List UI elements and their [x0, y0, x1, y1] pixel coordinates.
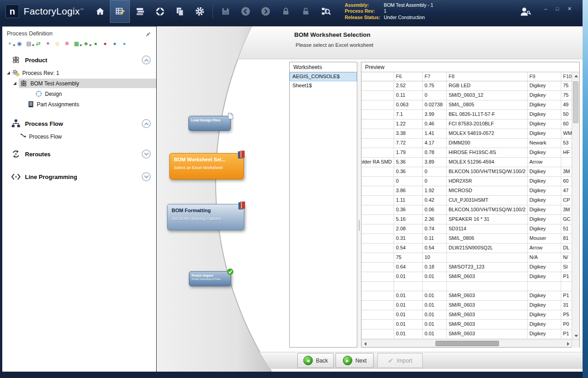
worksheet-item[interactable]: Sheet1$	[290, 81, 357, 90]
trademark: ™	[80, 8, 84, 12]
person-icon[interactable]: ☺	[54, 40, 61, 48]
globe-link-icon[interactable]: ◉	[15, 40, 23, 48]
add-icon[interactable]: +	[6, 40, 14, 48]
tree-item-part-assignments[interactable]: Part Assignments	[2, 99, 156, 109]
table-cell: 0.64	[394, 263, 423, 272]
scroll-left-arrow[interactable]	[361, 340, 369, 348]
back-button[interactable]: ◀ Back	[297, 353, 334, 368]
table-cell: SD3114	[447, 224, 528, 234]
expand-line-programming-button[interactable]	[142, 172, 151, 181]
next-button[interactable]: ▶ Next	[336, 353, 374, 368]
table-cell: Digikey	[528, 81, 561, 91]
horizontal-scrollbar[interactable]	[361, 339, 579, 347]
lock-button[interactable]	[276, 0, 296, 23]
horizontal-scrollbar-thumb[interactable]	[435, 341, 499, 346]
help-icon[interactable]: ●	[120, 40, 128, 48]
release-search-button[interactable]	[316, 0, 336, 23]
column-header[interactable]: F6	[394, 72, 423, 81]
wizard-step-finish-import[interactable]: Finish Import Finish Importing of Files	[189, 271, 231, 286]
table-cell: P1	[561, 329, 572, 339]
stop-icon[interactable]: ●	[101, 40, 109, 48]
table-cell	[447, 282, 528, 291]
home-button[interactable]	[90, 0, 110, 23]
scroll-down-arrow[interactable]	[572, 332, 580, 339]
info-icon[interactable]: ●	[111, 40, 119, 48]
table-cell	[361, 100, 394, 110]
column-header[interactable]	[361, 72, 394, 81]
start-icon[interactable]: ●	[92, 40, 99, 48]
preview-header-row: F6F7F8F9F10	[361, 72, 572, 81]
expand-reroutes-button[interactable]	[142, 149, 151, 159]
section-reroutes[interactable]: Reroutes	[2, 146, 156, 162]
pin-icon[interactable]	[145, 31, 151, 37]
process-definition-button[interactable]	[110, 0, 130, 23]
table-row: 0.010.01SM/R_0603DigikeyP5	[361, 310, 572, 320]
ledger-icon	[28, 101, 34, 108]
section-line-programming[interactable]: Line Programming	[2, 169, 156, 184]
expander-icon[interactable]	[13, 82, 16, 85]
table-cell: 0.01	[423, 329, 447, 339]
table-cell: Digikey	[528, 91, 561, 100]
settings-button[interactable]	[190, 0, 210, 23]
wizard-step-bom-worksheet-selection[interactable]: BOM Worksheet Sel... Select an Excel Wor…	[169, 153, 244, 179]
vertical-scrollbar[interactable]	[572, 72, 579, 339]
table-cell: CP	[561, 196, 572, 205]
scroll-right-arrow[interactable]	[564, 340, 572, 348]
section-product[interactable]: Product	[2, 52, 156, 68]
close-button[interactable]: ✕	[568, 6, 572, 12]
tree-item-process-rev[interactable]: Process Rev: 1	[2, 68, 156, 78]
column-header[interactable]: F7	[423, 72, 447, 81]
books-icon	[237, 150, 247, 159]
user-account-button[interactable]	[515, 0, 535, 23]
minimize-button[interactable]: –	[544, 6, 547, 12]
save-button[interactable]	[216, 0, 236, 23]
production-button[interactable]	[150, 0, 170, 23]
tree-item-label: Process Flow	[29, 134, 62, 140]
back-circle-icon	[240, 6, 251, 17]
wizard-step-bom-formatting[interactable]: BOM Formatting Set BOM Cleaning Options	[167, 204, 244, 230]
documents-button[interactable]	[170, 0, 190, 23]
column-header[interactable]: F10	[561, 72, 572, 81]
table-cell: 1.92	[423, 186, 447, 196]
forward-circle-button[interactable]	[256, 0, 276, 23]
books-icon	[237, 201, 247, 210]
worksheet-pencil-icon	[115, 6, 125, 17]
collapse-process-flow-button[interactable]	[142, 119, 151, 128]
tree-item-bom-assembly[interactable]: BOM Test Assembly	[2, 78, 156, 89]
back-arrow-icon: ◀	[303, 356, 313, 365]
print-icon[interactable]: ▤	[25, 40, 33, 48]
collapse-product-button[interactable]	[142, 55, 151, 65]
column-header[interactable]: F9	[528, 72, 561, 81]
section-process-flow[interactable]: Process Flow	[2, 116, 156, 131]
tree-item-design[interactable]: Design	[2, 89, 156, 99]
flow-options-icon[interactable]: ▦	[73, 40, 80, 48]
import-button[interactable]: ✔ Import	[377, 353, 423, 368]
window-bottom-frame	[0, 372, 583, 378]
panel-splitter[interactable]	[358, 62, 361, 348]
scroll-up-arrow[interactable]	[572, 72, 580, 80]
worksheet-item[interactable]: AEGIS_CONSOLE$	[290, 72, 357, 81]
document-toolbar	[216, 0, 336, 23]
table-cell: RGB LED	[447, 81, 528, 91]
import-button-label: Import	[397, 358, 412, 364]
expander-icon[interactable]	[7, 71, 10, 75]
materials-button[interactable]	[130, 0, 150, 23]
tree-item-process-flow[interactable]: Process Flow	[2, 131, 156, 142]
tree-options-icon[interactable]: ♣	[82, 40, 90, 48]
maximize-button[interactable]: □	[556, 6, 559, 12]
unlock-button[interactable]	[296, 0, 316, 23]
sync-arrows-icon[interactable]: ⇄	[35, 40, 42, 48]
back-circle-button[interactable]	[236, 0, 256, 23]
table-cell: Arrow	[528, 158, 561, 167]
table-cell: 1.41	[423, 129, 447, 139]
wizard-step-load-design-files[interactable]: Load Design Files	[188, 116, 231, 131]
table-cell: 0.75	[423, 81, 447, 91]
table-cell	[361, 186, 394, 196]
column-header[interactable]: F8	[447, 72, 528, 81]
table-row: 0.0630.02738SM/L_0805Digikey49	[361, 100, 572, 110]
vertical-scrollbar-thumb[interactable]	[573, 81, 578, 123]
table-cell	[361, 234, 394, 244]
table-cell: Digikey	[528, 196, 561, 205]
flower-icon[interactable]: ✱	[63, 40, 71, 48]
tool-icon[interactable]: ✦	[44, 40, 52, 48]
